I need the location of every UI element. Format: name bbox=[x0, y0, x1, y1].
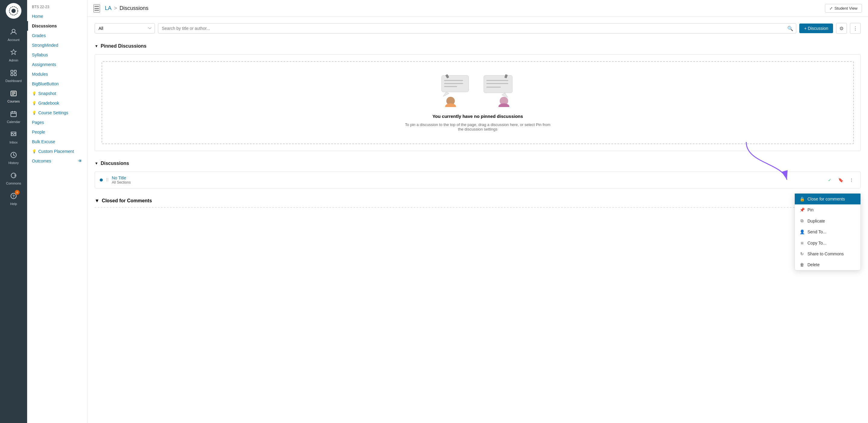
nav-syllabus[interactable]: Syllabus bbox=[27, 50, 87, 60]
custom-placement-bulb-icon: 💡 bbox=[32, 149, 36, 153]
nav-pages[interactable]: Pages bbox=[27, 118, 87, 127]
nav-course-settings[interactable]: 💡 Course Settings bbox=[27, 108, 87, 118]
nav-snapshot[interactable]: 💡 Snapshot bbox=[27, 89, 87, 98]
snapshot-bulb-icon: 💡 bbox=[32, 91, 36, 96]
svg-rect-5 bbox=[14, 70, 16, 72]
nav-custom-placement[interactable]: 💡 Custom Placement bbox=[27, 147, 87, 156]
nav-outcomes-label: Outcomes bbox=[32, 159, 51, 163]
context-menu-send-to[interactable]: 👤 Send To... bbox=[795, 226, 861, 237]
svg-point-26 bbox=[498, 103, 509, 107]
pin-icon: 📌 bbox=[800, 207, 804, 212]
table-row: ⠿ No Title All Sections ✓ 🔖 ⋮ bbox=[95, 172, 861, 188]
sidebar-item-courses[interactable]: Courses bbox=[0, 86, 27, 106]
add-discussion-button[interactable]: + Discussion bbox=[799, 24, 833, 33]
nav-gradebook[interactable]: 💡 Gradebook bbox=[27, 98, 87, 108]
topbar-right: ⤢ Student View bbox=[825, 4, 862, 13]
nav-strongminded[interactable]: StrongMinded bbox=[27, 40, 87, 50]
history-icon bbox=[9, 150, 19, 160]
help-icon: 6 ? bbox=[9, 191, 19, 201]
sidebar-item-inbox[interactable]: Inbox bbox=[0, 127, 27, 147]
send-to-icon: 👤 bbox=[800, 230, 804, 234]
pinned-empty-title: You currently have no pinned discussions bbox=[433, 114, 523, 119]
discussion-more-icon[interactable]: ⋮ bbox=[847, 176, 856, 184]
search-input[interactable] bbox=[158, 23, 796, 33]
settings-gear-icon: ⚙ bbox=[839, 26, 844, 31]
unread-dot bbox=[100, 179, 103, 181]
closed-section-label: Closed for Comments bbox=[102, 198, 152, 204]
sidebar-item-commons[interactable]: Commons bbox=[0, 168, 27, 188]
svg-rect-20 bbox=[484, 75, 513, 93]
toolbar: All 🔍 + Discussion ⚙ ⋮ bbox=[95, 23, 861, 34]
more-options-button[interactable]: ⋮ bbox=[850, 23, 861, 34]
nav-grades[interactable]: Grades bbox=[27, 31, 87, 40]
context-menu-close-comments[interactable]: 🔒 Close for comments bbox=[795, 193, 861, 204]
course-settings-bulb-icon: 💡 bbox=[32, 111, 36, 115]
discussions-chevron-icon[interactable]: ▼ bbox=[95, 161, 98, 165]
pinned-section-label: Pinned Discussions bbox=[101, 43, 147, 49]
sidebar-item-admin[interactable]: Admin bbox=[0, 44, 27, 65]
delete-icon: 🗑 bbox=[800, 262, 804, 267]
pinned-chevron-icon[interactable]: ▼ bbox=[95, 44, 98, 48]
nav-bigbluebutton[interactable]: BigBlueButton bbox=[27, 79, 87, 89]
closed-section-header: ▼ Closed for Comments Ordered by Recent … bbox=[95, 194, 861, 206]
sidebar-label-inbox: Inbox bbox=[10, 141, 18, 144]
context-menu-share-commons-label: Share to Commons bbox=[807, 251, 844, 256]
nav-assignments[interactable]: Assignments bbox=[27, 60, 87, 69]
admin-icon bbox=[9, 48, 19, 57]
sidebar-item-help[interactable]: 6 ? Help bbox=[0, 188, 27, 209]
hamburger-button[interactable]: ☰ bbox=[93, 4, 100, 13]
pinned-empty-subtitle: To pin a discussion to the top of the pa… bbox=[402, 122, 553, 131]
drag-handle-icon[interactable]: ⠿ bbox=[106, 178, 109, 182]
commons-icon bbox=[9, 171, 19, 180]
sidebar-item-account[interactable]: Account bbox=[0, 24, 27, 44]
discussion-actions: ✓ 🔖 ⋮ bbox=[826, 176, 856, 184]
gradebook-bulb-icon: 💡 bbox=[32, 101, 36, 105]
nav-outcomes[interactable]: Outcomes 👁 bbox=[27, 156, 87, 166]
context-menu-duplicate[interactable]: ⧉ Duplicate bbox=[795, 215, 861, 226]
nav-discussions[interactable]: Discussions bbox=[27, 21, 87, 31]
inbox-icon bbox=[9, 130, 19, 139]
discussion-bookmark-icon[interactable]: 🔖 bbox=[836, 176, 845, 184]
outcomes-eye-icon: 👁 bbox=[78, 159, 82, 163]
discussions-section: ▼ Discussions ⠿ No Title All Sections ✓ … bbox=[95, 157, 861, 188]
filter-select[interactable]: All bbox=[95, 23, 155, 33]
nav-bulk-excuse[interactable]: Bulk Excuse bbox=[27, 137, 87, 147]
nav-modules[interactable]: Modules bbox=[27, 69, 87, 79]
closed-chevron-icon[interactable]: ▼ bbox=[95, 198, 99, 204]
context-menu-share-commons[interactable]: ↻ Share to Commons bbox=[795, 248, 861, 259]
discussion-info: No Title All Sections bbox=[112, 176, 826, 184]
sidebar-item-calendar[interactable]: Calendar bbox=[0, 106, 27, 127]
sidebar-label-account: Account bbox=[7, 38, 20, 41]
sidebar-item-history[interactable]: History bbox=[0, 147, 27, 168]
sidebar-label-admin: Admin bbox=[9, 59, 18, 62]
sidebar-item-dashboard[interactable]: Dashboard bbox=[0, 65, 27, 86]
breadcrumb-separator: > bbox=[114, 5, 117, 11]
help-badge: 6 bbox=[15, 190, 20, 195]
illustration-right bbox=[479, 74, 516, 107]
breadcrumb-current: Discussions bbox=[120, 5, 149, 11]
pinned-discussions-section: ▼ Pinned Discussions bbox=[95, 40, 861, 151]
nav-gradebook-label: Gradebook bbox=[38, 101, 59, 105]
context-menu-delete[interactable]: 🗑 Delete bbox=[795, 259, 861, 270]
student-view-button[interactable]: ⤢ Student View bbox=[825, 4, 862, 13]
context-menu-copy-to-label: Copy To... bbox=[807, 241, 827, 245]
nav-people[interactable]: People bbox=[27, 127, 87, 137]
nav-custom-placement-label: Custom Placement bbox=[38, 149, 74, 154]
context-menu-pin[interactable]: 📌 Pin bbox=[795, 204, 861, 215]
course-label: BTS 22-23 bbox=[27, 4, 87, 11]
breadcrumb-la-link[interactable]: LA bbox=[105, 5, 112, 11]
discussion-status-icon: ✓ bbox=[826, 176, 834, 184]
nav-home[interactable]: Home bbox=[27, 11, 87, 21]
context-menu-delete-label: Delete bbox=[807, 262, 819, 267]
context-menu-copy-to[interactable]: ⧆ Copy To... bbox=[795, 237, 861, 248]
breadcrumb: LA > Discussions bbox=[105, 5, 149, 11]
illustration-left bbox=[440, 74, 476, 107]
svg-rect-7 bbox=[14, 73, 16, 76]
context-menu-send-to-label: Send To... bbox=[807, 230, 827, 234]
discussion-title[interactable]: No Title bbox=[112, 176, 826, 180]
settings-icon-button[interactable]: ⚙ bbox=[836, 23, 847, 34]
context-menu-duplicate-label: Duplicate bbox=[807, 219, 825, 223]
svg-rect-6 bbox=[11, 73, 13, 76]
copy-to-icon: ⧆ bbox=[800, 240, 804, 245]
nav-snapshot-label: Snapshot bbox=[38, 91, 56, 96]
